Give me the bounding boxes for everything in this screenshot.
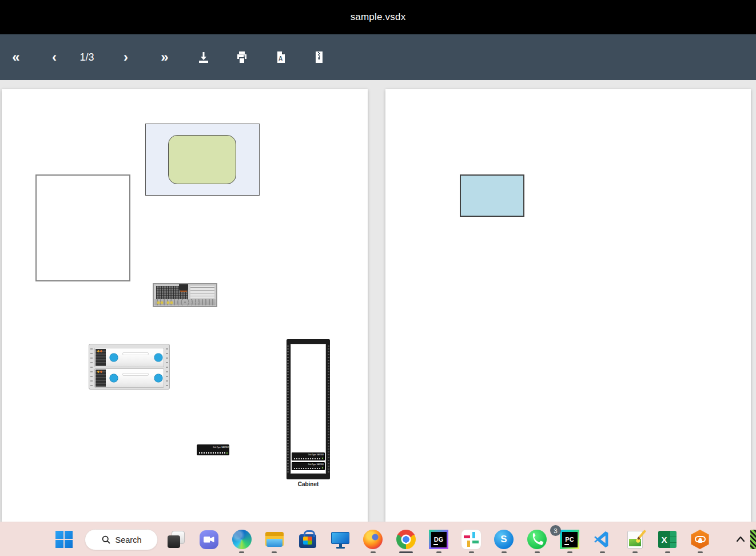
display-app-button[interactable] — [330, 529, 351, 550]
whatsapp-running-dot — [535, 551, 540, 553]
image-editor-button[interactable] — [624, 529, 645, 550]
edge-button[interactable] — [232, 529, 252, 550]
datagrip-running-dot — [436, 551, 441, 553]
windows-logo-icon — [55, 531, 73, 548]
whatsapp-badge: 3 — [550, 525, 561, 536]
search-box[interactable]: Search — [85, 529, 158, 550]
viewer-toolbar: « ‹ 1/3 › » A — [0, 34, 756, 80]
firefox-running-dot — [371, 551, 376, 553]
export-zip-button[interactable] — [307, 34, 332, 80]
chrome-running-dot — [399, 551, 413, 553]
security-app-button[interactable] — [690, 529, 710, 550]
datagrip-letters: DG — [431, 532, 447, 547]
disk-array-shelf — [94, 348, 164, 367]
file-explorer-running-dot — [272, 551, 277, 553]
edge-running-dot — [239, 551, 244, 553]
document-page-1: Disk Type: SAS/SB-FC TB Shelf ID: 1 Disk… — [2, 89, 368, 522]
cabinet-rack-unit: Disk Type: SAS/SB-FC TB Shelf ID: 1 — [292, 452, 325, 460]
previous-page-button[interactable]: ‹ — [42, 34, 67, 80]
last-page-icon: » — [161, 50, 168, 64]
excel-letter: X — [658, 535, 670, 545]
firefox-icon — [363, 530, 383, 549]
first-page-button[interactable]: « — [3, 34, 29, 80]
whatsapp-icon — [527, 530, 547, 549]
file-explorer-button[interactable] — [264, 529, 285, 550]
document-viewer: Disk Type: SAS/SB-FC TB Shelf ID: 1 Disk… — [0, 80, 756, 522]
excel-icon: X — [658, 531, 677, 548]
pycharm-icon: PC — [560, 530, 579, 549]
microsoft-store-button[interactable] — [297, 529, 318, 550]
shape-plain-rectangle — [35, 174, 130, 281]
skype-button[interactable]: S — [494, 529, 514, 550]
window-titlebar: sample.vsdx — [0, 0, 756, 34]
tray-overflow-icon[interactable] — [750, 530, 756, 549]
slack-button[interactable] — [461, 529, 482, 550]
datagrip-button[interactable]: DG — [428, 529, 449, 550]
skype-icon: S — [494, 530, 514, 549]
security-hexagon-icon — [690, 530, 710, 549]
teams-chat-button[interactable] — [198, 529, 219, 550]
switch-ports — [199, 452, 225, 454]
shape-rounded-rectangle — [168, 135, 236, 184]
task-view-icon — [168, 531, 185, 548]
zip-icon — [312, 50, 326, 64]
chrome-button[interactable] — [396, 529, 416, 550]
vscode-button[interactable] — [592, 529, 612, 550]
document-page-2 — [385, 89, 751, 522]
rack-unit-ports — [294, 468, 321, 469]
start-button[interactable] — [54, 529, 74, 550]
vscode-icon — [593, 530, 611, 549]
edge-icon — [232, 530, 252, 549]
disk-array-shelf — [94, 368, 164, 388]
datagrip-icon: DG — [429, 530, 448, 549]
pdf-letter: A — [278, 55, 282, 62]
excel-button[interactable]: X — [657, 529, 678, 550]
cabinet-rack-unit: Disk Type: SAS/SB-FC TB Shelf ID: 1 — [292, 462, 325, 470]
whatsapp-button[interactable] — [527, 529, 547, 550]
server-clipart — [153, 283, 217, 307]
cabinet-clipart: Disk Type: SAS/SB-FC TB Shelf ID: 1 Disk… — [287, 339, 330, 479]
rack-unit-led — [322, 467, 323, 468]
tray-chevron-button[interactable] — [730, 529, 751, 550]
download-icon — [197, 50, 210, 64]
cabinet-interior: Disk Type: SAS/SB-FC TB Shelf ID: 1 Disk… — [291, 344, 326, 474]
next-page-icon: › — [124, 50, 128, 64]
rack-switch-clipart: Disk Type: SAS/SB-FC TB Shelf ID: 1 — [197, 444, 229, 455]
firefox-button[interactable] — [363, 529, 383, 550]
search-icon — [101, 535, 111, 545]
shape-blue-rectangle — [460, 174, 524, 217]
whatsapp-phone-glyph — [527, 530, 547, 549]
pycharm-letters: PC — [562, 532, 578, 547]
switch-led — [226, 452, 228, 454]
task-view-button[interactable] — [166, 529, 186, 550]
first-page-icon: « — [12, 50, 19, 64]
chevron-up-icon — [735, 534, 746, 545]
export-pdf-button[interactable]: A — [268, 34, 293, 80]
window-title: sample.vsdx — [351, 11, 406, 23]
microsoft-store-icon — [299, 534, 316, 548]
print-icon — [235, 50, 249, 64]
pdf-icon: A — [274, 50, 288, 64]
skype-running-dot — [502, 551, 507, 553]
slack-icon — [461, 530, 481, 549]
security-app-running-dot — [698, 551, 703, 553]
teams-chat-icon — [200, 530, 218, 549]
slack-running-dot — [469, 551, 474, 553]
print-button[interactable] — [229, 34, 254, 80]
page-indicator: 1/3 — [70, 34, 104, 80]
image-editor-running-dot — [632, 551, 638, 553]
download-button[interactable] — [191, 34, 216, 80]
file-explorer-icon — [265, 531, 284, 548]
rack-unit-ports — [294, 458, 321, 459]
disk-array-clipart — [89, 344, 170, 390]
rack-unit-led — [322, 458, 323, 459]
next-page-button[interactable]: › — [113, 34, 138, 80]
excel-running-dot — [665, 551, 670, 553]
previous-page-icon: ‹ — [52, 50, 57, 64]
search-label: Search — [116, 535, 142, 545]
pycharm-button[interactable]: PC — [559, 529, 580, 550]
image-editor-icon — [627, 531, 643, 549]
cabinet-label: Cabinet — [287, 481, 330, 487]
last-page-button[interactable]: » — [152, 34, 177, 80]
pycharm-running-dot — [567, 551, 572, 553]
